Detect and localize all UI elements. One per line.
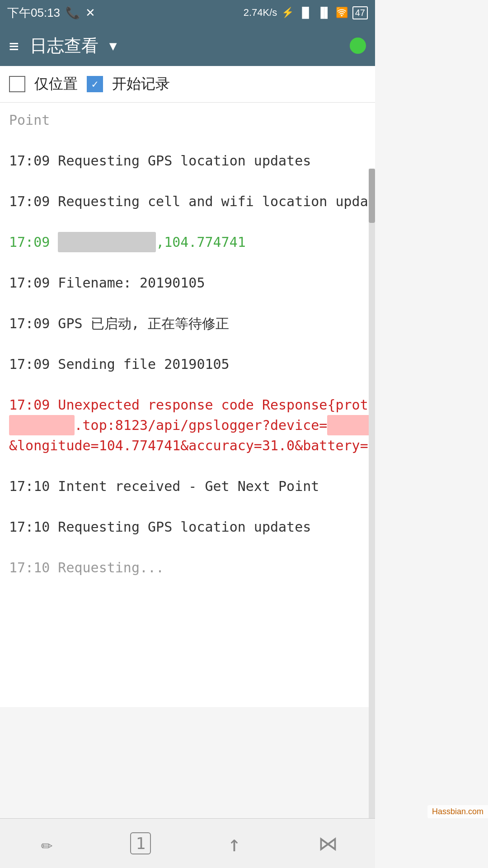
nav-upload-button[interactable]: ↑ [198,823,271,864]
scrollbar-track[interactable] [369,169,375,868]
blurred-url [9,415,75,435]
signal-bars-2: ▐▌ [317,7,331,19]
only-location-label: 仅位置 [34,74,78,94]
log-line-10: 17:10 Requesting... [9,557,375,578]
share-icon: ⋈ [318,832,338,855]
log-line-7: 17:09 Unexpected response code Response{… [9,395,375,456]
app-title: 日志查看 [30,34,99,57]
hamburger-menu-icon[interactable]: ≡ [9,37,19,55]
nav-share-button[interactable]: ⋈ [292,823,364,864]
bluetooth-icon: ⚡ [282,7,294,19]
log-line-8: 17:10 Intent received - Get Next Point [9,476,375,496]
nav-edit-button[interactable]: ✏ [11,823,83,864]
signal-bars-1: ▐▌ [298,7,312,19]
dropdown-arrow-icon[interactable]: ▼ [109,38,117,53]
wifi-icon: 🛜 [336,7,348,19]
log-line-0: Point [9,110,375,130]
bottom-nav: ✏ 1 ↑ ⋈ [0,818,375,868]
status-time: 下午05:13 [7,5,60,21]
log-line-5: 17:09 GPS 已启动, 正在等待修正 [9,313,375,334]
log-line-6: 17:09 Sending file 20190105 [9,354,375,374]
status-bar: 下午05:13 📞 ✕ 2.74K/s ⚡ ▐▌ ▐▌ 🛜 47 [0,0,375,25]
scrollbar-thumb[interactable] [369,169,375,223]
log-line-9: 17:10 Requesting GPS location updates [9,517,375,537]
call-icon: 📞 [66,6,80,20]
log-wrapper: Point 17:09 Requesting GPS location upda… [0,103,375,707]
battery-level: 47 [355,8,365,18]
app-bar-left: ≡ 日志查看 ▼ [9,34,117,57]
toolbar: 仅位置 开始记录 [0,66,375,103]
upload-icon: ↑ [228,831,241,856]
log-line-2: 17:09 Requesting cell and wifi location … [9,191,375,212]
status-green-dot [350,38,366,54]
start-recording-checkbox[interactable] [87,76,103,92]
log-line-3: 17:09 ,104.774741 [9,232,375,252]
status-right: 2.74K/s ⚡ ▐▌ ▐▌ 🛜 47 [244,6,368,19]
log-content[interactable]: Point 17:09 Requesting GPS location upda… [0,103,375,707]
blurred-coords-1 [58,232,156,252]
app-bar: ≡ 日志查看 ▼ [0,25,375,66]
only-location-checkbox[interactable] [9,76,25,92]
nav-number-button[interactable]: 1 [104,823,177,864]
number-icon: 1 [130,832,151,854]
battery-indicator: 47 [352,6,368,19]
log-line-4: 17:09 Filename: 20190105 [9,273,375,293]
network-speed: 2.74K/s [244,7,277,19]
main-container: Point 17:09 Requesting GPS location upda… [0,103,375,707]
blurred-device [327,415,375,435]
signal-icon: ✕ [85,6,95,20]
status-left: 下午05:13 📞 ✕ [7,5,95,21]
log-line-1: 17:09 Requesting GPS location updates [9,151,375,171]
start-recording-label: 开始记录 [112,74,170,94]
edit-icon: ✏ [41,832,53,855]
